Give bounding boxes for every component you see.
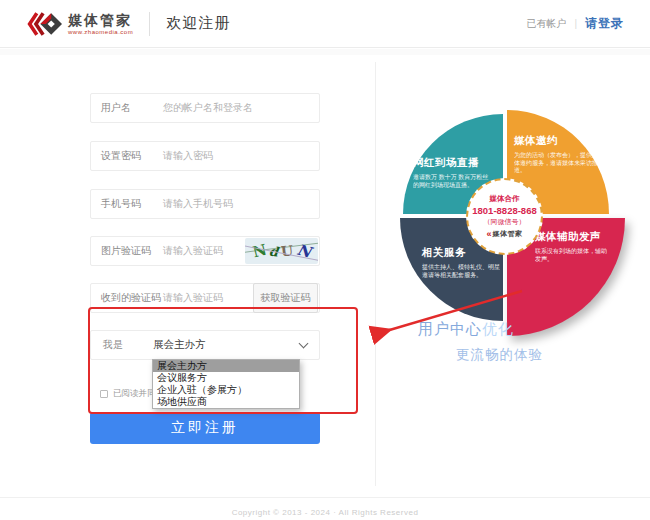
username-placeholder: 您的帐户名和登录名 [163, 101, 253, 115]
image-captcha-placeholder: 请输入验证码 [163, 244, 223, 258]
header-divider [149, 12, 150, 36]
registration-page: 媒体管家 www.zhaomedia.com 欢迎注册 已有帐户 | 请登录 用… [0, 0, 650, 520]
mini-brand-name: 媒体管家 [493, 229, 523, 239]
header-strip [0, 49, 650, 55]
role-dropdown: 展会主办方 会议服务方 企业入驻（参展方） 场地供应商 [152, 359, 300, 409]
chevron-down-icon [299, 338, 309, 348]
captcha-char: N [295, 242, 312, 260]
tagline-line1: 用户中心优化 [418, 320, 514, 339]
brand-site-url: www.zhaomedia.com [68, 29, 133, 35]
footer-copyright: Copyright © 2013 - 2024 · All Rights Res… [0, 508, 650, 517]
sms-code-placeholder: 请输入验证码 [163, 291, 223, 305]
password-label: 设置密码 [101, 149, 159, 163]
role-option-conference[interactable]: 会议服务方 [153, 372, 299, 384]
segment-media-voice-text: 媒体辅助发声 联系没有到场的媒体，辅助发声。 [535, 230, 609, 263]
agreement-checkbox[interactable] [100, 390, 108, 398]
role-label: 我是 [103, 338, 153, 352]
brand-name: 媒体管家 [68, 13, 133, 27]
tagline-line2: 更流畅的体验 [456, 346, 543, 364]
mini-brand-icon: « [486, 230, 491, 239]
header: 媒体管家 www.zhaomedia.com 欢迎注册 已有帐户 | 请登录 [0, 0, 650, 48]
has-account-text: 已有帐户 [526, 17, 566, 31]
contact-badge: 媒体合作 1801-8828-868 （同微信号） « 媒体管家 [466, 178, 543, 255]
role-option-exhibitor[interactable]: 企业入驻（参展方） [153, 384, 299, 396]
captcha-char: d [269, 244, 280, 258]
phone-field[interactable]: 手机号码 请输入手机号码 [90, 189, 320, 219]
captcha-char: U [281, 243, 295, 258]
password-placeholder: 请输入密码 [163, 149, 213, 163]
header-pipe: | [574, 18, 577, 29]
contact-wechat-note: （同微信号） [484, 217, 526, 227]
phone-placeholder: 请输入手机号码 [163, 197, 233, 211]
brand-logo-icon [26, 9, 62, 39]
username-label: 用户名 [101, 101, 159, 115]
content-divider [375, 62, 376, 486]
role-select[interactable]: 我是 展会主办方 [90, 330, 320, 360]
username-field[interactable]: 用户名 您的帐户名和登录名 [90, 93, 320, 123]
role-option-organizer[interactable]: 展会主办方 [153, 360, 299, 372]
role-option-venue[interactable]: 场地供应商 [153, 396, 299, 408]
role-selected-value: 展会主办方 [153, 338, 206, 352]
segment-live-stream-text: 网红到场直播 邀请数万 数十万 数百万粉丝的网红到场现场直播。 [413, 156, 493, 189]
register-button[interactable]: 立即注册 [90, 412, 320, 444]
page-title: 欢迎注册 [166, 14, 230, 33]
phone-label: 手机号码 [101, 197, 159, 211]
image-captcha-label: 图片验证码 [101, 244, 159, 258]
login-link[interactable]: 请登录 [585, 15, 624, 32]
promo-wheel: 网红到场直播 邀请数万 数十万 数百万粉丝的网红到场现场直播。 媒体邀约 为您的… [390, 98, 626, 338]
captcha-char: N [251, 242, 268, 260]
sms-code-label: 收到的验证码 [101, 291, 159, 305]
brand-logo[interactable]: 媒体管家 www.zhaomedia.com [26, 9, 133, 39]
segment-media-invite-text: 媒体邀约 为您的活动（发布会），提供媒体邀约服务，邀请媒体来采访报道。 [514, 134, 602, 175]
password-field[interactable]: 设置密码 请输入密码 [90, 141, 320, 171]
get-code-button[interactable]: 获取验证码 [253, 283, 318, 313]
captcha-image[interactable]: N d U N [245, 238, 318, 264]
contact-title: 媒体合作 [490, 194, 520, 204]
contact-phone: 1801-8828-868 [472, 205, 536, 216]
footer-divider [0, 497, 650, 498]
